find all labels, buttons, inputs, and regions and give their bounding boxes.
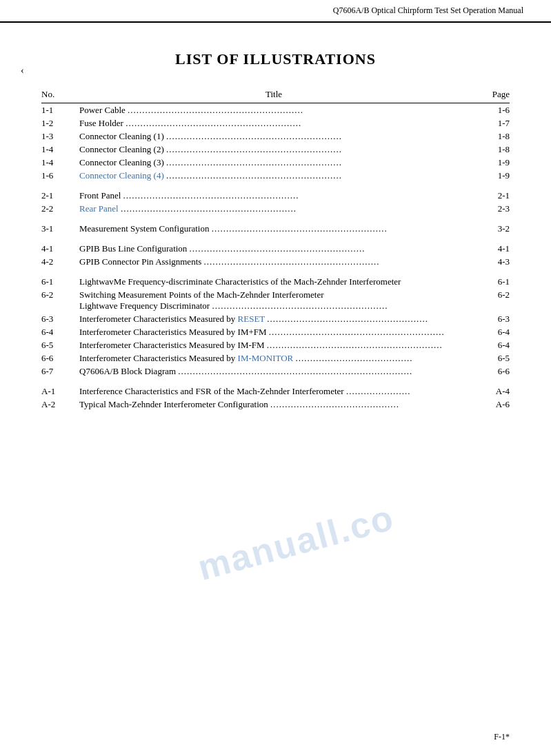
dot-leader: ........................................… [178, 366, 412, 376]
col-title-header: Title [79, 89, 468, 103]
toc-row-title: LightwavMe Frequency-discriminate Charac… [79, 275, 468, 288]
toc-row-page: 1-9 [468, 169, 510, 182]
dot-leader: ........................................… [128, 105, 303, 115]
dot-leader: ........................................… [269, 327, 445, 337]
dot-leader: ........................................… [121, 203, 297, 214]
table-row: 6-7Q7606A/B Block Diagram ..............… [41, 365, 510, 378]
toc-row-number: 1-2 [41, 116, 79, 130]
table-row: 3-1Measurement System Configuration ....… [41, 222, 510, 235]
dot-leader: ...................... [346, 386, 411, 396]
dot-leader: ........................................… [270, 399, 399, 409]
dot-leader: ........................................… [166, 157, 342, 167]
toc-row-title: Measurement System Configuration .......… [79, 222, 468, 235]
title-text: Connector Cleaning (2) [79, 144, 166, 154]
table-row: 4-2GPIB Connector Pin Assignments ......… [41, 255, 510, 268]
dot-leader: ........................................… [212, 223, 388, 234]
table-row: 1-4Connector Cleaning (2) ..............… [41, 143, 510, 156]
toc-row-number: 1-4 [41, 156, 79, 169]
toc-row-title: Interferometer Characteristics Measured … [79, 312, 468, 325]
toc-header-row: No. Title Page [41, 89, 510, 103]
toc-row-page: A-4 [468, 385, 510, 398]
header-title: Q7606A/B Optical Chirpform Test Set Oper… [333, 6, 523, 15]
toc-row-number: 6-2 [41, 288, 79, 312]
page-title: LIST OF ILLUSTRATIONS [41, 50, 510, 68]
table-row: 6-2Switching Measurement Points of the M… [41, 288, 510, 312]
table-row: 6-5Interferometer Characteristics Measur… [41, 338, 510, 351]
toc-row-number: 2-1 [41, 189, 79, 202]
toc-spacer-row [41, 215, 510, 222]
toc-row-number: 3-1 [41, 222, 79, 235]
title-text: Interference Characteristics and FSR of … [79, 386, 346, 396]
toc-row-page: 4-1 [468, 242, 510, 255]
toc-row-title: Rear Panel .............................… [79, 202, 468, 215]
toc-row-page: 6-4 [468, 338, 510, 351]
dot-leader: ........................................… [212, 300, 388, 311]
table-row: 6-1LightwavMe Frequency-discriminate Cha… [41, 275, 510, 288]
toc-row-page: 4-3 [468, 255, 510, 268]
toc-row-number: 1-3 [41, 130, 79, 143]
title-text: Fuse Holder [79, 118, 126, 128]
toc-row-page: 6-4 [468, 325, 510, 338]
toc-row-number: 4-1 [41, 242, 79, 255]
toc-row-page: 2-3 [468, 202, 510, 215]
col-no-header: No. [41, 89, 79, 103]
toc-row-number: 1-1 [41, 103, 79, 117]
watermark: manuall.co [193, 496, 398, 588]
title-text: GPIB Connector Pin Assignments [79, 256, 204, 267]
toc-row-number: A-1 [41, 385, 79, 398]
toc-row-number: 6-6 [41, 351, 79, 365]
dot-leader: ........................................… [126, 118, 301, 128]
toc-spacer-row [41, 182, 510, 189]
toc-row-number: 4-2 [41, 255, 79, 268]
dot-leader: ........................................… [204, 256, 380, 267]
table-row: 6-6Interferometer Characteristics Measur… [41, 351, 510, 365]
toc-row-page: 1-6 [468, 103, 510, 117]
toc-row-page: 6-6 [468, 365, 510, 378]
dot-leader: ........................................… [267, 314, 428, 324]
table-row: 2-2Rear Panel ..........................… [41, 202, 510, 215]
toc-row-title: Interference Characteristics and FSR of … [79, 385, 468, 398]
toc-table: No. Title Page 1-1Power Cable ..........… [41, 89, 510, 411]
title-text: GPIB Bus Line Configuration [79, 243, 190, 254]
table-row: A-1Interference Characteristics and FSR … [41, 385, 510, 398]
table-row: 2-1Front Panel .........................… [41, 189, 510, 202]
title-text: Connector Cleaning (3) [79, 157, 166, 167]
footer-page-number: F-1* [494, 732, 510, 742]
dot-leader: ........................................… [267, 340, 443, 350]
title-text: Power Cable [79, 105, 128, 115]
toc-row-title: Interferometer Characteristics Measured … [79, 351, 468, 365]
col-page-header: Page [468, 89, 510, 103]
toc-row-page: 6-5 [468, 351, 510, 365]
toc-row-title: Fuse Holder ............................… [79, 116, 468, 130]
table-row: 4-1GPIB Bus Line Configuration .........… [41, 242, 510, 255]
title-text: Measurement System Configuration [79, 223, 212, 234]
title-text: Connector Cleaning (4) [79, 170, 166, 181]
toc-spacer-row [41, 268, 510, 275]
table-row: 1-4Connector Cleaning (3) ..............… [41, 156, 510, 169]
toc-row-title: Switching Measurement Points of the Mach… [79, 288, 468, 312]
table-row: 6-3Interferometer Characteristics Measur… [41, 312, 510, 325]
title-text: Interferometer Characteristics Measured … [79, 353, 295, 363]
toc-row-title: Connector Cleaning (2) .................… [79, 143, 468, 156]
toc-row-page: 1-9 [468, 156, 510, 169]
toc-row-title: Interferometer Characteristics Measured … [79, 325, 468, 338]
toc-row-number: 6-4 [41, 325, 79, 338]
dot-leader: ........................................… [123, 190, 299, 201]
title-text: Front Panel [79, 190, 123, 201]
title-text: Interferometer Characteristics Measured … [79, 327, 269, 337]
toc-row-title: Q7606A/B Block Diagram .................… [79, 365, 468, 378]
toc-row-page: 6-2 [468, 288, 510, 312]
title-text: LightwavMe Frequency-discriminate Charac… [79, 276, 401, 287]
toc-row-title: Front Panel ............................… [79, 189, 468, 202]
toc-row-page: 1-8 [468, 143, 510, 156]
toc-row-title: Connector Cleaning (3) .................… [79, 156, 468, 169]
toc-row-number: 2-2 [41, 202, 79, 215]
table-row: 1-1Power Cable .........................… [41, 103, 510, 117]
title-text: Q7606A/B Block Diagram [79, 366, 178, 376]
dot-leader: ........................................… [166, 131, 342, 141]
toc-spacer-row [41, 378, 510, 385]
toc-row-page: 2-1 [468, 189, 510, 202]
toc-row-number: 6-7 [41, 365, 79, 378]
toc-row-title: GPIB Bus Line Configuration ............… [79, 242, 468, 255]
toc-row-title: GPIB Connector Pin Assignments .........… [79, 255, 468, 268]
